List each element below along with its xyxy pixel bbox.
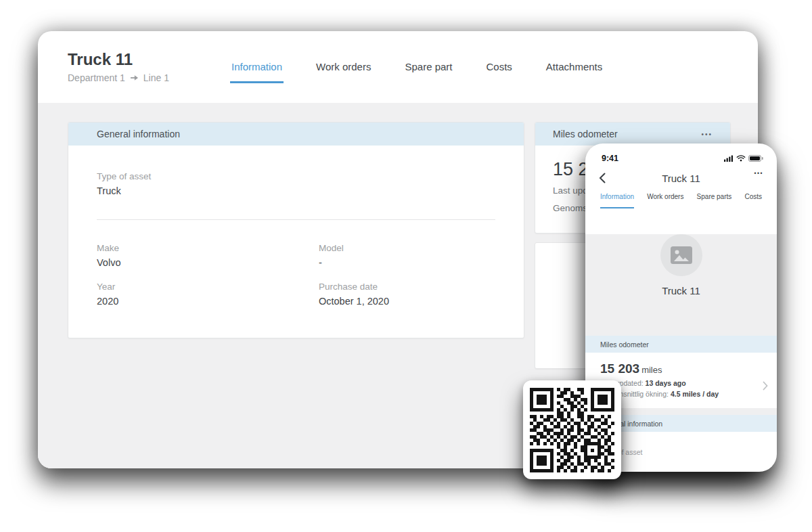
- field-value: 2020: [97, 296, 319, 307]
- wifi-icon: [736, 155, 746, 162]
- odometer-value: 15 203: [600, 361, 639, 376]
- field-label: Year: [97, 282, 319, 292]
- field-label: Type of asset: [600, 448, 762, 456]
- field-purchase-date: Purchase date October 1, 2020: [319, 282, 495, 307]
- page-title: Truck 11: [68, 50, 169, 69]
- field-year: Year 2020: [97, 282, 319, 307]
- phone-header: Truck 11 •••: [585, 167, 777, 190]
- field-label: Make: [97, 243, 319, 253]
- field-grid: Make Volvo Model - Year 2020 Purchase: [97, 243, 495, 307]
- tab-costs[interactable]: Costs: [485, 61, 514, 83]
- breadcrumb-arrow-icon: [130, 74, 139, 81]
- breadcrumb-parent[interactable]: Department 1: [68, 72, 125, 83]
- field-model: Model -: [319, 243, 495, 268]
- back-icon[interactable]: [599, 173, 606, 183]
- field-label: Type of asset: [97, 171, 495, 181]
- field-value: October 1, 2020: [319, 296, 495, 307]
- status-icons: [724, 155, 763, 162]
- phone-title: Truck 11: [662, 173, 700, 184]
- tab-information[interactable]: Information: [230, 61, 284, 83]
- field-label: Purchase date: [319, 282, 495, 292]
- general-information-header: General information: [68, 123, 524, 146]
- section-divider: [97, 219, 495, 220]
- breadcrumb-child[interactable]: Line 1: [143, 72, 169, 83]
- meta-value: 4.5 miles / day: [671, 390, 719, 398]
- field-label: Model: [319, 243, 495, 253]
- qr-card: [523, 380, 621, 479]
- desktop-tabs: Information Work orders Spare part Costs…: [230, 61, 604, 83]
- tab-spare-part[interactable]: Spare part: [403, 61, 453, 83]
- phone-tab-costs[interactable]: Costs: [744, 193, 762, 208]
- more-options-icon[interactable]: •••: [754, 170, 763, 177]
- phone-tabs: Information Work orders Spare parts Cost…: [585, 190, 777, 208]
- chevron-right-icon: [763, 381, 768, 391]
- phone-odometer-header: Miles odometer: [585, 336, 777, 353]
- tab-work-orders[interactable]: Work orders: [315, 61, 372, 83]
- image-icon: [671, 246, 692, 264]
- asset-title-block: Truck 11 Department 1 Line 1: [68, 50, 169, 83]
- asset-name: Truck 11: [585, 285, 777, 296]
- signal-icon: [724, 155, 734, 162]
- battery-icon: [748, 155, 763, 162]
- phone-tab-information[interactable]: Information: [600, 193, 634, 208]
- general-information-panel: General information Type of asset Truck …: [68, 122, 524, 338]
- odometer-unit: miles: [641, 365, 662, 375]
- miles-odometer-header: Miles odometer •••: [535, 123, 730, 146]
- field-value: Volvo: [97, 257, 319, 268]
- odometer-value-line: 15 203miles: [600, 361, 762, 376]
- panel-title: General information: [97, 129, 180, 139]
- general-information-body: Type of asset Truck Make Volvo Model -: [68, 146, 524, 307]
- breadcrumb: Department 1 Line 1: [68, 72, 169, 83]
- odometer-average: Genomsnittlig ökning: 4.5 miles / day: [600, 390, 762, 398]
- asset-image-placeholder[interactable]: [660, 234, 702, 276]
- field-make: Make Volvo: [97, 243, 319, 268]
- status-time: 9:41: [602, 154, 618, 163]
- phone-status-bar: 9:41: [585, 143, 777, 167]
- meta-value: 13 days ago: [646, 379, 686, 387]
- field-value: -: [319, 257, 495, 268]
- panel-menu-icon[interactable]: •••: [701, 131, 713, 138]
- qr-code: [530, 388, 614, 472]
- asset-hero: Truck 11: [585, 234, 777, 336]
- phone-tab-spare-parts[interactable]: Spare parts: [697, 193, 732, 208]
- tab-attachments[interactable]: Attachments: [545, 61, 604, 83]
- phone-tab-work-orders[interactable]: Work orders: [647, 193, 683, 208]
- section-title: Miles odometer: [600, 340, 649, 349]
- field-value: Truck: [97, 185, 495, 196]
- page: Truck 11 Department 1 Line 1 Information…: [0, 0, 812, 532]
- panel-title: Miles odometer: [553, 129, 618, 139]
- field-type-of-asset: Type of asset Truck: [97, 171, 495, 196]
- odometer-last-updated: Last updated: 13 days ago: [600, 379, 762, 387]
